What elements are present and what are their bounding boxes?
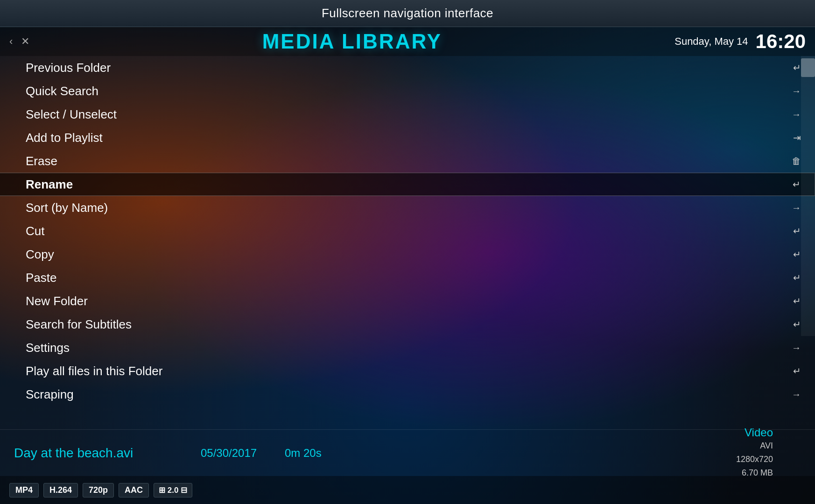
- menu-item-icon-paste: ↵: [787, 272, 801, 283]
- menu-item-copy[interactable]: Copy↵: [0, 243, 815, 266]
- menu-item-play-all[interactable]: Play all files in this Folder↵: [0, 359, 815, 383]
- h264-badge: H.264: [43, 483, 78, 497]
- menu-item-label-play-all: Play all files in this Folder: [26, 364, 162, 378]
- menu-item-icon-add-to-playlist: ⇥: [787, 132, 801, 143]
- menu-item-label-add-to-playlist: Add to Playlist: [26, 131, 103, 145]
- menu-item-label-select-unselect: Select / Unselect: [26, 107, 117, 122]
- menu-item-previous-folder[interactable]: Previous Folder↵: [0, 56, 815, 79]
- title-bar-text: Fullscreen navigation interface: [322, 6, 493, 21]
- menu-item-icon-scraping: →: [787, 389, 801, 400]
- menu-item-icon-erase: 🗑: [787, 156, 801, 167]
- menu-item-new-folder[interactable]: New Folder↵: [0, 289, 815, 313]
- file-name: Day at the beach.avi: [14, 446, 201, 461]
- menu-item-label-search-subtitles: Search for Subtitles: [26, 317, 132, 332]
- aac-badge: AAC: [119, 483, 149, 497]
- back-icon[interactable]: ‹: [9, 35, 13, 48]
- menu-item-icon-play-all: ↵: [787, 365, 801, 377]
- file-meta: AVI 1280x720 6.70 MB: [341, 439, 773, 479]
- menu-item-label-cut: Cut: [26, 224, 44, 238]
- menu-item-icon-rename: ↵: [787, 179, 801, 190]
- media-library-title: MEDIA LIBRARY: [29, 30, 674, 53]
- menu-item-icon-sort-by-name: →: [787, 203, 801, 213]
- menu-item-settings[interactable]: Settings→: [0, 336, 815, 359]
- menu-item-icon-quick-search: →: [787, 86, 801, 97]
- file-info-row: Day at the beach.avi 05/30/2017 0m 20s V…: [0, 429, 815, 476]
- close-icon[interactable]: ✕: [21, 35, 29, 48]
- menu-item-label-new-folder: New Folder: [26, 294, 88, 308]
- menu-item-label-paste: Paste: [26, 271, 57, 285]
- file-duration: 0m 20s: [285, 447, 341, 460]
- menu-item-erase[interactable]: Erase🗑: [0, 149, 815, 173]
- file-type-label: Video: [341, 426, 773, 439]
- badges-bar: MP4H.264720pAAC⊞ 2.0 ⊟: [0, 476, 815, 504]
- datetime-display: Sunday, May 14 16:20: [674, 30, 806, 53]
- 720p-badge: 720p: [83, 483, 114, 497]
- file-resolution: 1280x720: [736, 455, 773, 464]
- menu-item-paste[interactable]: Paste↵: [0, 266, 815, 289]
- mp4-badge: MP4: [9, 483, 39, 497]
- menu-item-label-previous-folder: Previous Folder: [26, 61, 111, 75]
- menu-item-rename[interactable]: Rename↵: [0, 173, 815, 196]
- file-type-info: Video AVI 1280x720 6.70 MB: [341, 426, 801, 479]
- nav-icons: ‹ ✕: [9, 35, 29, 48]
- menu-item-icon-search-subtitles: ↵: [787, 319, 801, 330]
- menu-item-label-rename: Rename: [26, 177, 73, 192]
- menu-list: Previous Folder↵Quick Search→Select / Un…: [0, 56, 815, 406]
- menu-item-icon-new-folder: ↵: [787, 295, 801, 307]
- menu-item-add-to-playlist[interactable]: Add to Playlist⇥: [0, 126, 815, 149]
- file-format: AVI: [760, 441, 773, 450]
- menu-item-icon-cut: ↵: [787, 225, 801, 237]
- menu-item-label-sort-by-name: Sort (by Name): [26, 201, 108, 215]
- scrollbar-track[interactable]: [801, 56, 815, 336]
- surround-badge: ⊞ 2.0 ⊟: [154, 483, 192, 497]
- date-display: Sunday, May 14: [674, 35, 748, 48]
- menu-item-scraping[interactable]: Scraping→: [0, 383, 815, 406]
- menu-item-sort-by-name[interactable]: Sort (by Name)→: [0, 196, 815, 219]
- menu-item-select-unselect[interactable]: Select / Unselect→: [0, 103, 815, 126]
- file-date: 05/30/2017: [201, 447, 285, 460]
- menu-item-label-erase: Erase: [26, 154, 57, 168]
- menu-item-search-subtitles[interactable]: Search for Subtitles↵: [0, 313, 815, 336]
- header-row: ‹ ✕ MEDIA LIBRARY Sunday, May 14 16:20: [0, 27, 815, 56]
- menu-item-cut[interactable]: Cut↵: [0, 219, 815, 243]
- menu-item-label-quick-search: Quick Search: [26, 84, 98, 98]
- menu-item-quick-search[interactable]: Quick Search→: [0, 79, 815, 103]
- menu-item-icon-copy: ↵: [787, 249, 801, 260]
- menu-item-icon-settings: →: [787, 343, 801, 353]
- main-content: Previous Folder↵Quick Search→Select / Un…: [0, 56, 815, 429]
- scrollbar-thumb[interactable]: [801, 58, 815, 77]
- menu-item-label-scraping: Scraping: [26, 387, 74, 402]
- menu-item-icon-select-unselect: →: [787, 109, 801, 120]
- time-display: 16:20: [756, 30, 806, 53]
- menu-item-icon-previous-folder: ↵: [787, 62, 801, 73]
- title-bar: Fullscreen navigation interface: [0, 0, 815, 27]
- menu-item-label-settings: Settings: [26, 341, 70, 355]
- menu-item-label-copy: Copy: [26, 247, 54, 262]
